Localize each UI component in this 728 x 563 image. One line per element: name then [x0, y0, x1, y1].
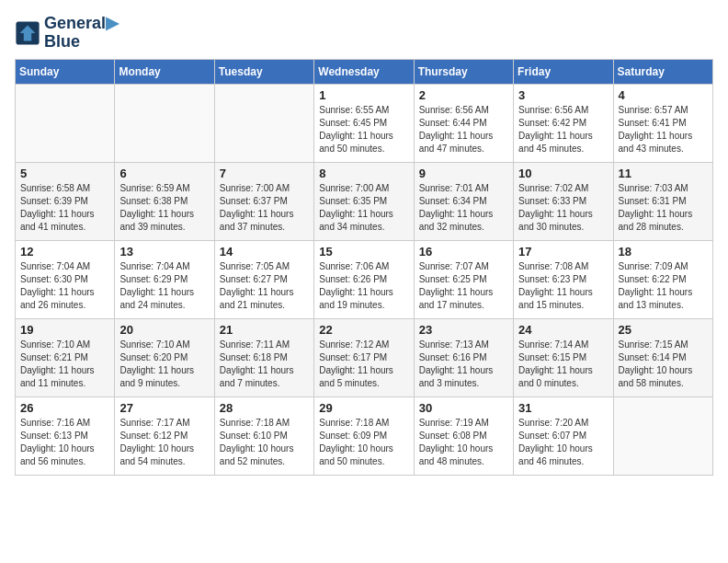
weekday-header-thursday: Thursday — [414, 59, 513, 84]
calendar-cell: 28Sunrise: 7:18 AM Sunset: 6:10 PM Dayli… — [214, 396, 313, 475]
calendar-cell: 23Sunrise: 7:13 AM Sunset: 6:16 PM Dayli… — [414, 318, 513, 396]
day-number: 13 — [119, 245, 209, 259]
day-info: Sunrise: 7:00 AM Sunset: 6:37 PM Dayligh… — [220, 182, 309, 234]
calendar-cell: 9Sunrise: 7:01 AM Sunset: 6:34 PM Daylig… — [414, 162, 513, 240]
calendar-cell — [613, 396, 712, 475]
day-info: Sunrise: 6:55 AM Sunset: 6:45 PM Dayligh… — [319, 104, 408, 155]
day-info: Sunrise: 7:06 AM Sunset: 6:26 PM Dayligh… — [319, 260, 408, 312]
calendar-cell: 3Sunrise: 6:56 AM Sunset: 6:42 PM Daylig… — [514, 84, 613, 162]
calendar-cell: 21Sunrise: 7:11 AM Sunset: 6:18 PM Dayli… — [214, 318, 313, 396]
day-number: 20 — [119, 323, 209, 337]
day-info: Sunrise: 7:11 AM Sunset: 6:18 PM Dayligh… — [220, 339, 309, 390]
calendar-cell: 12Sunrise: 7:04 AM Sunset: 6:30 PM Dayli… — [16, 240, 115, 318]
calendar-cell — [214, 84, 313, 162]
day-info: Sunrise: 7:05 AM Sunset: 6:27 PM Dayligh… — [220, 260, 309, 312]
calendar-cell: 10Sunrise: 7:02 AM Sunset: 6:33 PM Dayli… — [514, 162, 613, 240]
day-info: Sunrise: 6:59 AM Sunset: 6:38 PM Dayligh… — [119, 182, 209, 234]
calendar-cell: 14Sunrise: 7:05 AM Sunset: 6:27 PM Dayli… — [214, 240, 313, 318]
calendar-cell: 22Sunrise: 7:12 AM Sunset: 6:17 PM Dayli… — [314, 318, 414, 396]
day-info: Sunrise: 6:56 AM Sunset: 6:42 PM Dayligh… — [518, 104, 608, 155]
day-number: 16 — [419, 245, 508, 259]
day-number: 24 — [518, 323, 608, 337]
calendar-cell: 24Sunrise: 7:14 AM Sunset: 6:15 PM Dayli… — [514, 318, 613, 396]
calendar-cell: 16Sunrise: 7:07 AM Sunset: 6:25 PM Dayli… — [414, 240, 513, 318]
weekday-header-monday: Monday — [115, 59, 214, 84]
day-info: Sunrise: 7:14 AM Sunset: 6:15 PM Dayligh… — [518, 339, 608, 390]
day-info: Sunrise: 7:19 AM Sunset: 6:08 PM Dayligh… — [419, 417, 508, 468]
calendar-cell: 26Sunrise: 7:16 AM Sunset: 6:13 PM Dayli… — [16, 396, 115, 475]
calendar-cell: 11Sunrise: 7:03 AM Sunset: 6:31 PM Dayli… — [613, 162, 712, 240]
day-info: Sunrise: 7:01 AM Sunset: 6:34 PM Dayligh… — [419, 182, 508, 234]
calendar-cell: 8Sunrise: 7:00 AM Sunset: 6:35 PM Daylig… — [314, 162, 414, 240]
calendar-cell: 1Sunrise: 6:55 AM Sunset: 6:45 PM Daylig… — [314, 84, 414, 162]
calendar-cell: 2Sunrise: 6:56 AM Sunset: 6:44 PM Daylig… — [414, 84, 513, 162]
day-info: Sunrise: 7:09 AM Sunset: 6:22 PM Dayligh… — [619, 260, 708, 312]
day-info: Sunrise: 7:10 AM Sunset: 6:20 PM Dayligh… — [119, 339, 209, 390]
logo-text: General▶ Blue — [44, 15, 119, 52]
logo: General▶ Blue — [15, 15, 119, 52]
weekday-header-saturday: Saturday — [613, 59, 712, 84]
calendar-cell: 17Sunrise: 7:08 AM Sunset: 6:23 PM Dayli… — [514, 240, 613, 318]
calendar-cell: 15Sunrise: 7:06 AM Sunset: 6:26 PM Dayli… — [314, 240, 414, 318]
day-number: 26 — [20, 401, 109, 415]
calendar-cell: 6Sunrise: 6:59 AM Sunset: 6:38 PM Daylig… — [115, 162, 214, 240]
day-number: 5 — [20, 167, 109, 180]
day-info: Sunrise: 7:04 AM Sunset: 6:29 PM Dayligh… — [119, 260, 209, 312]
day-info: Sunrise: 6:57 AM Sunset: 6:41 PM Dayligh… — [619, 104, 708, 155]
day-info: Sunrise: 7:02 AM Sunset: 6:33 PM Dayligh… — [518, 182, 608, 234]
logo-icon — [15, 20, 40, 46]
day-info: Sunrise: 7:00 AM Sunset: 6:35 PM Dayligh… — [319, 182, 408, 234]
weekday-header-sunday: Sunday — [16, 59, 115, 84]
day-info: Sunrise: 7:18 AM Sunset: 6:10 PM Dayligh… — [220, 417, 309, 468]
calendar-cell — [16, 84, 115, 162]
day-number: 19 — [20, 323, 109, 337]
day-info: Sunrise: 7:10 AM Sunset: 6:21 PM Dayligh… — [20, 339, 109, 390]
day-number: 21 — [220, 323, 309, 337]
day-number: 29 — [319, 401, 408, 415]
day-info: Sunrise: 7:20 AM Sunset: 6:07 PM Dayligh… — [518, 417, 608, 468]
calendar-cell: 29Sunrise: 7:18 AM Sunset: 6:09 PM Dayli… — [314, 396, 414, 475]
calendar-cell: 25Sunrise: 7:15 AM Sunset: 6:14 PM Dayli… — [613, 318, 712, 396]
calendar-cell: 20Sunrise: 7:10 AM Sunset: 6:20 PM Dayli… — [115, 318, 214, 396]
day-info: Sunrise: 7:17 AM Sunset: 6:12 PM Dayligh… — [119, 417, 209, 468]
calendar-cell: 7Sunrise: 7:00 AM Sunset: 6:37 PM Daylig… — [214, 162, 313, 240]
day-info: Sunrise: 7:13 AM Sunset: 6:16 PM Dayligh… — [419, 339, 508, 390]
day-number: 22 — [319, 323, 408, 337]
calendar-cell: 19Sunrise: 7:10 AM Sunset: 6:21 PM Dayli… — [16, 318, 115, 396]
calendar-cell: 27Sunrise: 7:17 AM Sunset: 6:12 PM Dayli… — [115, 396, 214, 475]
day-number: 12 — [20, 245, 109, 259]
calendar-table: SundayMondayTuesdayWednesdayThursdayFrid… — [15, 59, 713, 476]
day-number: 7 — [220, 167, 309, 180]
day-number: 15 — [319, 245, 408, 259]
day-number: 3 — [518, 88, 608, 102]
calendar-cell: 30Sunrise: 7:19 AM Sunset: 6:08 PM Dayli… — [414, 396, 513, 475]
header: General▶ Blue — [15, 15, 713, 52]
day-number: 18 — [619, 245, 708, 259]
day-number: 31 — [518, 401, 608, 415]
calendar-cell: 4Sunrise: 6:57 AM Sunset: 6:41 PM Daylig… — [613, 84, 712, 162]
day-number: 9 — [419, 167, 508, 180]
day-info: Sunrise: 7:04 AM Sunset: 6:30 PM Dayligh… — [20, 260, 109, 312]
day-number: 6 — [119, 167, 209, 180]
weekday-header-tuesday: Tuesday — [214, 59, 313, 84]
day-number: 11 — [619, 167, 708, 180]
calendar-cell: 18Sunrise: 7:09 AM Sunset: 6:22 PM Dayli… — [613, 240, 712, 318]
day-number: 8 — [319, 167, 408, 180]
day-info: Sunrise: 7:16 AM Sunset: 6:13 PM Dayligh… — [20, 417, 109, 468]
calendar-cell: 31Sunrise: 7:20 AM Sunset: 6:07 PM Dayli… — [514, 396, 613, 475]
weekday-header-wednesday: Wednesday — [314, 59, 414, 84]
calendar-cell: 5Sunrise: 6:58 AM Sunset: 6:39 PM Daylig… — [16, 162, 115, 240]
day-number: 30 — [419, 401, 508, 415]
day-number: 27 — [119, 401, 209, 415]
day-number: 25 — [619, 323, 708, 337]
day-info: Sunrise: 7:15 AM Sunset: 6:14 PM Dayligh… — [619, 339, 708, 390]
day-info: Sunrise: 7:12 AM Sunset: 6:17 PM Dayligh… — [319, 339, 408, 390]
day-number: 1 — [319, 88, 408, 102]
calendar-cell — [115, 84, 214, 162]
day-info: Sunrise: 7:08 AM Sunset: 6:23 PM Dayligh… — [518, 260, 608, 312]
day-info: Sunrise: 6:58 AM Sunset: 6:39 PM Dayligh… — [20, 182, 109, 234]
day-info: Sunrise: 7:07 AM Sunset: 6:25 PM Dayligh… — [419, 260, 508, 312]
day-number: 10 — [518, 167, 608, 180]
calendar-cell: 13Sunrise: 7:04 AM Sunset: 6:29 PM Dayli… — [115, 240, 214, 318]
day-info: Sunrise: 7:03 AM Sunset: 6:31 PM Dayligh… — [619, 182, 708, 234]
